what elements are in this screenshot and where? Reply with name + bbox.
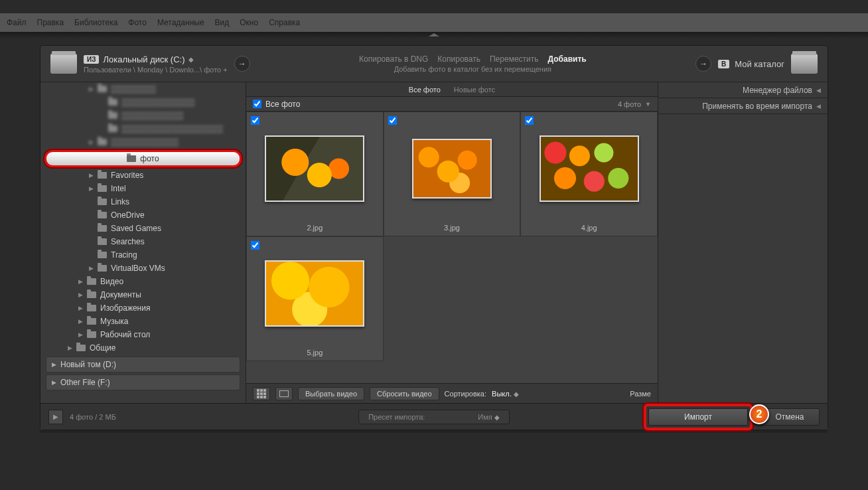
- thumb-checkbox[interactable]: [251, 241, 259, 250]
- action-subtitle: Добавить фото в каталог без их перемещен…: [257, 65, 689, 73]
- thumbnail-cell[interactable]: 4.jpg: [520, 112, 658, 236]
- select-video-button[interactable]: Выбрать видео: [298, 387, 364, 400]
- dialog-header: ИЗ Локальный диск (C:) ◆ Пользователи \ …: [40, 46, 828, 82]
- tree-item[interactable]: OneDrive: [40, 208, 246, 222]
- play-button[interactable]: ▶: [48, 410, 63, 424]
- tree-item[interactable]: ▶Видео: [40, 275, 246, 288]
- bottom-strip: [40, 430, 828, 433]
- breadcrumb[interactable]: Пользователи \ Monday \ Downlo...\ фото …: [84, 66, 228, 74]
- tree-item[interactable]: ▶Документы: [40, 288, 246, 301]
- menu-help[interactable]: Справка: [269, 18, 300, 27]
- tree-selected-label: фото: [140, 154, 159, 163]
- action-move[interactable]: Переместить: [490, 54, 539, 64]
- drive-row[interactable]: ▶Новый том (D:): [46, 357, 240, 372]
- sort-label: Сортировка:: [445, 390, 486, 398]
- thumb-checkbox[interactable]: [525, 116, 534, 125]
- tree-item-blurred[interactable]: ▶▒▒▒▒▒▒▒▒▒▒▒▒: [40, 135, 246, 149]
- group-title: Все фото: [265, 100, 300, 109]
- triangle-left-icon: ◀: [816, 87, 821, 94]
- source-badge: ИЗ: [84, 55, 99, 64]
- thumbnail-cell[interactable]: 2.jpg: [246, 112, 384, 236]
- view-grid-button[interactable]: [253, 387, 270, 400]
- arrow-right-button[interactable]: →: [234, 56, 250, 72]
- action-add[interactable]: Добавить: [548, 54, 587, 64]
- dest-title: Мой каталог: [735, 59, 784, 69]
- chevron-down-icon[interactable]: ▼: [645, 101, 651, 108]
- import-button[interactable]: Импорт: [648, 408, 748, 426]
- tree-item-blurred[interactable]: ▒▒▒▒▒▒▒▒▒▒▒: [40, 109, 246, 122]
- thumbnail-cell[interactable]: 5.jpg: [246, 236, 384, 361]
- tree-item[interactable]: ▶VirtualBox VMs: [40, 262, 246, 275]
- thumb-checkbox[interactable]: [251, 116, 259, 125]
- import-preset[interactable]: Пресет импорта: Имя ◆: [358, 410, 510, 424]
- action-copy-dng[interactable]: Копировать в DNG: [359, 54, 428, 64]
- menu-photo[interactable]: Фото: [128, 18, 147, 27]
- view-single-button[interactable]: [275, 387, 293, 400]
- tree-item[interactable]: ▶Общие: [40, 341, 246, 355]
- tree-item[interactable]: Links: [40, 195, 246, 208]
- size-label: Разме: [630, 390, 651, 398]
- action-copy[interactable]: Копировать: [437, 54, 480, 64]
- dest-disk-icon: [791, 54, 818, 74]
- menu-window[interactable]: Окно: [240, 18, 258, 27]
- status-text: 4 фото / 2 МБ: [70, 413, 116, 421]
- menu-edit[interactable]: Правка: [37, 18, 64, 27]
- thumb-checkbox[interactable]: [388, 116, 397, 125]
- panel-apply-during-import[interactable]: Применять во время импорта◀: [658, 98, 828, 114]
- destination-block[interactable]: В Мой каталог: [718, 59, 784, 69]
- menu-file[interactable]: Файл: [7, 18, 27, 27]
- thumbnail-image: [265, 260, 364, 327]
- dest-badge: В: [718, 60, 729, 68]
- tree-item[interactable]: ▶Музыка: [40, 315, 246, 328]
- tree-item[interactable]: ▶Favorites: [40, 169, 246, 182]
- drive-row[interactable]: ▶Other File (F:): [46, 374, 240, 390]
- menu-metadata[interactable]: Метаданные: [157, 18, 204, 27]
- thumbnail-cell[interactable]: 3.jpg: [384, 112, 521, 236]
- tree-item[interactable]: Searches: [40, 235, 246, 248]
- tree-item[interactable]: ▶Intel: [40, 182, 246, 195]
- tab-new-photos[interactable]: Новые фотс: [454, 86, 495, 94]
- tree-item-selected[interactable]: фото: [44, 150, 242, 167]
- reset-video-button[interactable]: Сбросить видео: [370, 387, 439, 400]
- tree-item-blurred[interactable]: ▒▒▒▒▒▒▒▒▒▒▒▒▒: [40, 96, 246, 109]
- menu-library[interactable]: Библиотека: [74, 18, 117, 27]
- thumbnail-image: [540, 135, 639, 202]
- chevron-icon: ◆: [514, 390, 519, 398]
- thumbnail-area: Все фото Новые фотс Все фото 4 фото ▼ 2.…: [246, 82, 658, 403]
- thumbnail-filename: 4.jpg: [525, 221, 653, 234]
- thumbnail-filename: 5.jpg: [251, 346, 379, 359]
- annotation-callout-2: 2: [749, 404, 769, 424]
- tree-item[interactable]: Tracing: [40, 248, 246, 262]
- thumbnail-filename: 2.jpg: [251, 221, 379, 234]
- folder-tree[interactable]: ▶▒▒▒▒▒▒▒▒ ▒▒▒▒▒▒▒▒▒▒▒▒▒ ▒▒▒▒▒▒▒▒▒▒▒ ▒▒▒▒…: [40, 82, 246, 403]
- source-disk-icon: [50, 54, 77, 74]
- sort-value[interactable]: Выкл. ◆: [492, 390, 519, 398]
- grid-toolbar: Выбрать видео Сбросить видео Сортировка:…: [246, 383, 658, 403]
- thumbnail-grid: 2.jpg 3.jpg 4.jpg 5.jpg: [246, 112, 658, 383]
- preset-sort[interactable]: Имя ◆: [478, 413, 500, 421]
- tree-item[interactable]: Saved Games: [40, 222, 246, 235]
- import-actions: Копировать в DNG Копировать Переместить …: [257, 54, 689, 73]
- chevron-icon: ◆: [188, 56, 194, 63]
- dialog-footer: ▶ 4 фото / 2 МБ Пресет импорта: Имя ◆ Им…: [40, 403, 828, 430]
- panel-file-manager[interactable]: Менеджер файлов◀: [658, 82, 828, 98]
- tree-item[interactable]: ▶Рабочий стол: [40, 328, 246, 341]
- thumbnail-filename: 3.jpg: [388, 221, 516, 234]
- tree-item-blurred[interactable]: ▒▒▒▒▒▒▒▒▒▒▒▒▒▒▒▒▒▒: [40, 122, 246, 135]
- group-count: 4 фото: [618, 100, 641, 108]
- tree-item-blurred[interactable]: ▶▒▒▒▒▒▒▒▒: [40, 82, 246, 96]
- photo-tabs: Все фото Новые фотс: [246, 82, 658, 97]
- tree-item[interactable]: ▶Изображения: [40, 301, 246, 315]
- group-header[interactable]: Все фото 4 фото ▼: [246, 97, 658, 112]
- right-panels: Менеджер файлов◀ Применять во время импо…: [658, 82, 828, 403]
- menu-view[interactable]: Вид: [215, 18, 230, 27]
- menubar: Файл Правка Библиотека Фото Метаданные В…: [0, 13, 868, 32]
- thumbnail-image: [412, 139, 492, 199]
- triangle-left-icon: ◀: [816, 103, 821, 110]
- arrow-right-button-2[interactable]: →: [695, 56, 711, 72]
- tab-all-photos[interactable]: Все фото: [409, 86, 441, 94]
- source-block[interactable]: ИЗ Локальный диск (C:) ◆ Пользователи \ …: [84, 54, 228, 74]
- preset-label: Пресет импорта:: [368, 413, 425, 421]
- group-checkbox[interactable]: [253, 100, 261, 108]
- import-dialog: ИЗ Локальный диск (C:) ◆ Пользователи \ …: [40, 45, 828, 430]
